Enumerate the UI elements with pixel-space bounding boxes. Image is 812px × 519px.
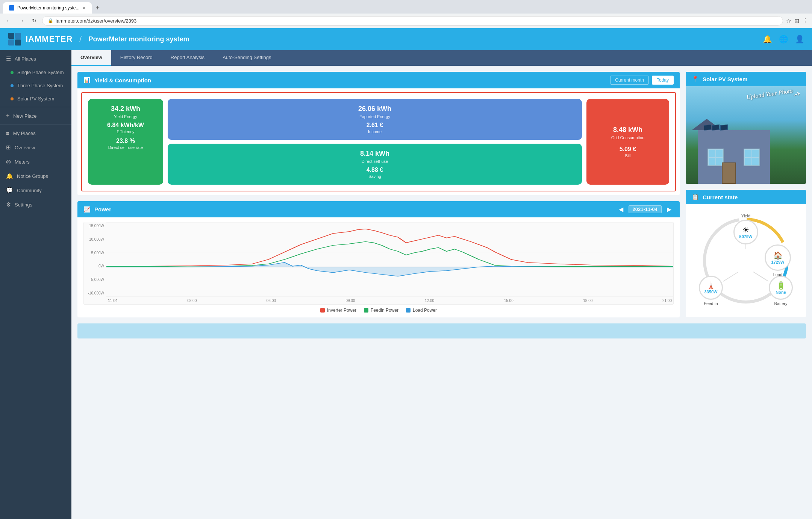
right-column: 📍 Solar PV System bbox=[686, 72, 806, 317]
feedin-circle: 🗼 3350W bbox=[699, 276, 723, 300]
extensions-icon[interactable]: ⊞ bbox=[794, 17, 799, 24]
logo-svg-icon bbox=[8, 32, 22, 46]
reload-button[interactable]: ↻ bbox=[29, 16, 39, 26]
power-tower-icon: 🗼 bbox=[707, 281, 715, 290]
svg-marker-11 bbox=[106, 263, 673, 276]
y-label-1: 15,000W bbox=[84, 224, 104, 228]
header-icons: 🔔 🌐 👤 bbox=[763, 35, 804, 44]
hamburger-icon: ☰ bbox=[6, 55, 11, 62]
sidebar-item-solar-pv[interactable]: Solar PV System bbox=[0, 92, 71, 105]
chart-area: 15,000W 10,000W 5,000W 0W -5,000W -10,00… bbox=[83, 222, 674, 305]
x-label-4: 09:00 bbox=[345, 299, 355, 303]
three-phase-dot bbox=[11, 84, 14, 87]
notice-groups-label: Notice Groups bbox=[17, 173, 48, 179]
sidebar-item-my-places[interactable]: ≡ My Places bbox=[0, 126, 71, 140]
exported-label: Exported Energy bbox=[174, 114, 576, 119]
yield-energy-value: 34.2 kWh bbox=[94, 105, 157, 113]
house-window-right bbox=[744, 149, 760, 166]
address-bar[interactable]: 🔒 iammeter.com/dz/user/overview/2393 bbox=[42, 16, 783, 26]
svg-rect-0 bbox=[8, 33, 14, 39]
sidebar-item-three-phase[interactable]: Three Phase System bbox=[0, 79, 71, 92]
sidebar-item-new-place[interactable]: + New Place bbox=[0, 109, 71, 123]
sidebar-item-all-places[interactable]: ☰ All Places bbox=[0, 50, 71, 66]
sidebar-item-single-phase[interactable]: Single Phase System bbox=[0, 66, 71, 79]
yield-card-header: 📊 Yield & Consumption Current month Toda… bbox=[77, 72, 680, 88]
user-icon[interactable]: 👤 bbox=[795, 35, 804, 44]
single-phase-dot bbox=[11, 71, 14, 74]
new-place-label: New Place bbox=[13, 113, 36, 119]
new-tab-button[interactable]: + bbox=[92, 2, 159, 14]
main-content: Overview History Record Report Analysis … bbox=[71, 50, 812, 519]
x-label-1: 11-04 bbox=[108, 299, 118, 303]
tab-close-button[interactable]: ✕ bbox=[82, 6, 86, 11]
y-label-6: -10,000W bbox=[84, 291, 104, 295]
sidebar-item-meters[interactable]: ◎ Meters bbox=[0, 155, 71, 169]
notice-icon: 🔔 bbox=[6, 173, 13, 179]
sidebar-item-settings[interactable]: ⚙ Settings bbox=[0, 197, 71, 212]
yield-state-label: Yield bbox=[733, 214, 758, 218]
solar-image-container: Upload Your Photo ↗ bbox=[686, 86, 806, 184]
income-value: 2.61 € bbox=[174, 122, 576, 129]
sidebar-divider-1 bbox=[0, 107, 71, 107]
date-prev-button[interactable]: ◀ bbox=[617, 205, 626, 214]
solar-pv-label: Solar PV System bbox=[17, 96, 54, 102]
back-button[interactable]: ← bbox=[4, 16, 14, 26]
tab-auto-sending[interactable]: Auto-Sending Settings bbox=[214, 50, 280, 66]
legend-feedin: Feedin Power bbox=[364, 308, 398, 313]
forward-button[interactable]: → bbox=[17, 16, 26, 26]
battery-state-label: Battery bbox=[769, 301, 793, 306]
sidebar-item-overview[interactable]: ⊞ Overview bbox=[0, 140, 71, 155]
today-button[interactable]: Today bbox=[652, 76, 674, 85]
solar-pv-header: 📍 Solar PV System bbox=[686, 72, 806, 86]
self-use-rate-label: Direct self-use rate bbox=[94, 145, 157, 150]
load-circle: 🏠 1729W bbox=[765, 244, 791, 271]
star-icon[interactable]: ☆ bbox=[786, 17, 791, 24]
tab-report[interactable]: Report Analysis bbox=[162, 50, 214, 66]
notification-icon[interactable]: 🔔 bbox=[763, 35, 772, 44]
inverter-legend-dot bbox=[320, 308, 325, 313]
settings-label: Settings bbox=[15, 202, 32, 208]
grid-icon: ⊞ bbox=[6, 144, 11, 151]
current-state-title: Current state bbox=[703, 194, 738, 200]
load-state-value: 1729W bbox=[771, 260, 785, 264]
grid-consumption-value: 8.48 kWh bbox=[592, 126, 663, 134]
battery-node: 🔋 None Battery bbox=[769, 276, 793, 306]
current-month-button[interactable]: Current month bbox=[610, 76, 649, 85]
current-state-card: 📋 Current state bbox=[686, 190, 806, 317]
community-icon: 💬 bbox=[6, 187, 13, 194]
state-icon: 📋 bbox=[692, 194, 699, 200]
browser-tab-active[interactable]: PowerMeter monitoring syste... ✕ bbox=[3, 2, 92, 14]
tabs-bar: Overview History Record Report Analysis … bbox=[71, 50, 812, 66]
tab-overview[interactable]: Overview bbox=[71, 50, 111, 66]
tab-title: PowerMeter monitoring syste... bbox=[17, 5, 79, 11]
load-node: 🏠 1729W Load bbox=[765, 244, 791, 277]
date-next-button[interactable]: ▶ bbox=[665, 205, 674, 214]
feedin-state-value: 3350W bbox=[704, 290, 718, 294]
power-chart-svg bbox=[106, 222, 673, 297]
x-label-3: 06:00 bbox=[267, 299, 276, 303]
single-phase-label: Single Phase System bbox=[17, 70, 64, 75]
svg-line-16 bbox=[723, 272, 738, 281]
bill-value: 5.09 € bbox=[592, 146, 663, 153]
y-label-5: -5,000W bbox=[84, 278, 104, 282]
yield-energy-label: Yield Energy bbox=[94, 114, 157, 119]
feedin-node: 🗼 3350W Feed-in bbox=[699, 276, 723, 306]
tab-history[interactable]: History Record bbox=[111, 50, 162, 66]
power-chart-icon: 📈 bbox=[83, 206, 91, 213]
sidebar: ☰ All Places Single Phase System Three P… bbox=[0, 50, 71, 519]
sidebar-item-notice-groups[interactable]: 🔔 Notice Groups bbox=[0, 169, 71, 183]
saving-value: 4.88 € bbox=[174, 167, 576, 173]
direct-self-use-value: 8.14 kWh bbox=[174, 150, 576, 158]
menu-icon[interactable]: ⋮ bbox=[802, 17, 808, 24]
current-state-body: Yield ☀ 5079W 🏠 1729W bbox=[686, 204, 806, 317]
income-label: Income bbox=[174, 129, 576, 134]
legend-load: Load Power bbox=[406, 308, 437, 313]
app-body: ☰ All Places Single Phase System Three P… bbox=[0, 50, 812, 519]
globe-icon[interactable]: 🌐 bbox=[779, 35, 788, 44]
house-icon: 🏠 bbox=[773, 251, 783, 260]
date-display[interactable]: 2021-11-04 bbox=[629, 205, 662, 213]
sidebar-item-community[interactable]: 💬 Community bbox=[0, 183, 71, 197]
current-state-header: 📋 Current state bbox=[686, 190, 806, 204]
solar-pv-dot bbox=[11, 97, 14, 100]
battery-state-value: None bbox=[776, 290, 786, 294]
